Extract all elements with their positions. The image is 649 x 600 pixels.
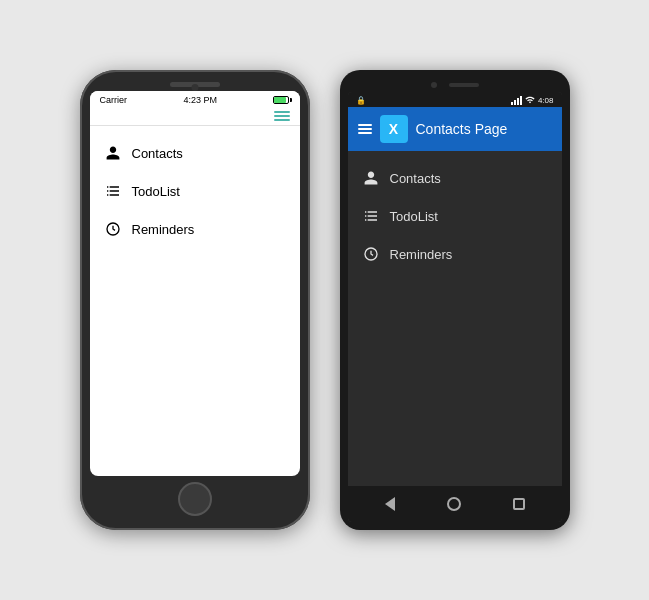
android-hamburger-icon[interactable] bbox=[358, 124, 372, 134]
android-reminders-icon bbox=[362, 245, 380, 263]
android-contacts-label: Contacts bbox=[390, 171, 441, 186]
ios-battery-icon bbox=[273, 96, 289, 104]
ios-menu-item-reminders[interactable]: Reminders bbox=[90, 210, 300, 248]
ios-time: 4:23 PM bbox=[183, 95, 217, 105]
android-reminders-label: Reminders bbox=[390, 247, 453, 262]
android-back-button[interactable] bbox=[378, 492, 402, 516]
ios-hamburger-icon[interactable] bbox=[274, 111, 290, 121]
hamburger-line-3 bbox=[274, 119, 290, 121]
android-menu-list: Contacts TodoList Remin bbox=[348, 151, 562, 486]
ios-battery-fill bbox=[274, 97, 285, 103]
android-recent-button[interactable] bbox=[507, 492, 531, 516]
android-status-bar: 🔒 4:08 bbox=[348, 92, 562, 107]
ios-todolist-icon bbox=[104, 182, 122, 200]
ios-menu-list: Contacts TodoList Remin bbox=[90, 126, 300, 476]
android-todolist-icon bbox=[362, 207, 380, 225]
ios-contacts-label: Contacts bbox=[132, 146, 183, 161]
signal-bar-4 bbox=[520, 96, 522, 105]
hamburger-line-2 bbox=[274, 115, 290, 117]
android-contacts-icon bbox=[362, 169, 380, 187]
ios-reminders-label: Reminders bbox=[132, 222, 195, 237]
android-lock-icon: 🔒 bbox=[356, 96, 366, 105]
ios-phone-top bbox=[90, 80, 300, 91]
android-home-button[interactable] bbox=[442, 492, 466, 516]
ios-camera bbox=[191, 84, 198, 91]
ios-contacts-icon bbox=[104, 144, 122, 162]
android-menu-item-todolist[interactable]: TodoList bbox=[348, 197, 562, 235]
android-bottom-bar bbox=[348, 486, 562, 522]
android-hamburger-line-2 bbox=[358, 128, 372, 130]
android-speaker bbox=[449, 83, 479, 87]
ios-nav-bar bbox=[90, 107, 300, 126]
ios-phone: Carrier 4:23 PM bbox=[80, 70, 310, 530]
android-screen: 🔒 4:08 X bbox=[348, 92, 562, 522]
android-hamburger-line-3 bbox=[358, 132, 372, 134]
ios-battery-area bbox=[273, 96, 289, 104]
android-signal-icon bbox=[511, 95, 522, 105]
hamburger-line-1 bbox=[274, 111, 290, 113]
ios-home-button[interactable] bbox=[178, 482, 212, 516]
android-status-right: 4:08 bbox=[511, 95, 554, 105]
android-hamburger-line-1 bbox=[358, 124, 372, 126]
back-triangle-icon bbox=[385, 497, 395, 511]
android-phone: 🔒 4:08 X bbox=[340, 70, 570, 530]
android-toolbar: X Contacts Page bbox=[348, 107, 562, 151]
signal-bar-1 bbox=[511, 102, 513, 105]
ios-menu-item-todolist[interactable]: TodoList bbox=[90, 172, 300, 210]
app-logo: X bbox=[380, 115, 408, 143]
android-todolist-label: TodoList bbox=[390, 209, 438, 224]
home-circle-icon bbox=[447, 497, 461, 511]
android-toolbar-title: Contacts Page bbox=[416, 121, 508, 137]
app-logo-letter: X bbox=[389, 121, 398, 137]
ios-status-bar: Carrier 4:23 PM bbox=[90, 91, 300, 107]
ios-todolist-label: TodoList bbox=[132, 184, 180, 199]
ios-menu-item-contacts[interactable]: Contacts bbox=[90, 134, 300, 172]
ios-carrier: Carrier bbox=[100, 95, 128, 105]
recent-square-icon bbox=[513, 498, 525, 510]
android-time: 4:08 bbox=[538, 96, 554, 105]
signal-bar-3 bbox=[517, 98, 519, 105]
ios-screen: Carrier 4:23 PM bbox=[90, 91, 300, 476]
android-top-bar bbox=[348, 78, 562, 92]
android-wifi-icon bbox=[525, 95, 535, 105]
signal-bar-2 bbox=[514, 100, 516, 105]
android-menu-item-contacts[interactable]: Contacts bbox=[348, 159, 562, 197]
ios-reminders-icon bbox=[104, 220, 122, 238]
android-camera bbox=[431, 82, 437, 88]
android-menu-item-reminders[interactable]: Reminders bbox=[348, 235, 562, 273]
